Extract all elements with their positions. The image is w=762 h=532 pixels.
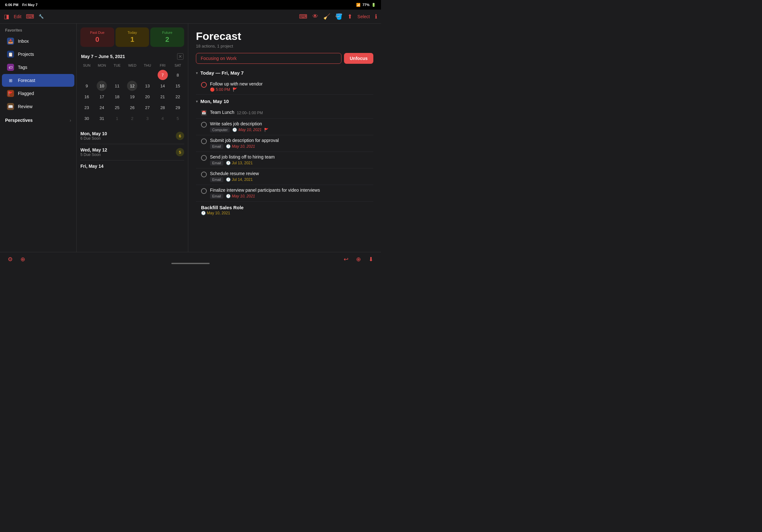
task-send-job-circle[interactable] xyxy=(201,155,207,161)
cal-day-19[interactable]: 19 xyxy=(127,92,137,102)
unfocus-button[interactable]: Unfocus xyxy=(344,53,373,64)
cal-day-12[interactable]: 12 xyxy=(127,81,137,91)
cal-day-empty-1 xyxy=(82,70,92,80)
task-write-sales-circle[interactable] xyxy=(201,122,207,128)
projects-icon: 📋 xyxy=(7,51,14,58)
perspectives-section[interactable]: Perspectives › xyxy=(0,113,76,125)
add-perspective-icon[interactable]: ⊕ xyxy=(21,256,25,263)
due-summary: Past Due 0 Today 1 Future 2 xyxy=(77,24,188,51)
sidebar-item-tags[interactable]: 🏷 Tags xyxy=(2,61,74,74)
add-task-icon[interactable]: ⊕ xyxy=(356,256,361,263)
info-icon[interactable]: ℹ xyxy=(375,13,377,20)
upcoming-wed-badge: 5 xyxy=(176,148,184,156)
sidebar-item-projects[interactable]: 📋 Projects xyxy=(2,48,74,61)
cal-day-4-next[interactable]: 4 xyxy=(158,113,168,123)
clean-icon[interactable]: 🧹 xyxy=(323,13,330,20)
sidebar-item-review[interactable]: 📖 Review xyxy=(2,100,74,113)
cal-day-5-next[interactable]: 5 xyxy=(173,113,183,123)
task-submit-job-circle[interactable] xyxy=(201,138,207,144)
cal-day-3-next[interactable]: 3 xyxy=(142,113,153,123)
task-schedule-resume-circle[interactable] xyxy=(201,171,207,177)
bucket-icon[interactable]: 🪣 xyxy=(336,13,343,20)
upcoming-mon-sub: 6 Due Soon xyxy=(80,136,107,141)
task-write-sales-meta: Computer 🕐 May 10, 2021 🚩 xyxy=(210,127,373,132)
cal-day-24[interactable]: 24 xyxy=(97,102,107,112)
task-submit-job-name: Submit job description for approval xyxy=(210,138,373,143)
today-due-card[interactable]: Today 1 xyxy=(115,28,149,47)
cal-day-14[interactable]: 14 xyxy=(158,81,168,91)
cal-day-1-next[interactable]: 1 xyxy=(112,113,122,123)
task-send-job-name: Send job listing off to hiring team xyxy=(210,154,373,160)
clock: 6:06 PM xyxy=(5,3,19,7)
cal-day-30[interactable]: 30 xyxy=(82,113,92,123)
cal-day-27[interactable]: 27 xyxy=(142,102,153,112)
mon-section-title: Mon, May 10 xyxy=(200,99,229,104)
home-indicator xyxy=(171,263,210,264)
mon-chevron-icon: ▾ xyxy=(196,99,198,104)
edit-button[interactable]: Edit xyxy=(14,14,21,19)
cal-day-28[interactable]: 28 xyxy=(158,102,168,112)
upcoming-row-fri[interactable]: Fri, May 14 xyxy=(80,161,184,172)
cal-day-17[interactable]: 17 xyxy=(97,92,107,102)
cal-day-16[interactable]: 16 xyxy=(82,92,92,102)
upcoming-row-wed[interactable]: Wed, May 12 5 Due Soon 5 xyxy=(80,144,184,161)
status-indicators: 📶 77% 🔋 xyxy=(356,3,376,7)
cal-day-21[interactable]: 21 xyxy=(158,92,168,102)
cal-day-15[interactable]: 15 xyxy=(173,81,183,91)
share-icon[interactable]: ⬆ xyxy=(347,13,352,20)
project-backfill[interactable]: Backfill Sales Role 🕐 May 10, 2021 xyxy=(196,202,373,217)
sidebar-item-flagged[interactable]: 🚩 Flagged xyxy=(2,87,74,100)
keyboard-alt-icon[interactable]: 🔧 xyxy=(38,14,44,19)
keyboard2-icon[interactable]: ⌨ xyxy=(299,13,307,20)
cal-day-18[interactable]: 18 xyxy=(112,92,122,102)
day-header-sat: SAT xyxy=(170,62,186,69)
task-send-job-date-icon: 🕐 xyxy=(226,161,231,165)
section-header-today[interactable]: ▾ Today — Fri, May 7 xyxy=(196,70,373,76)
cal-day-13[interactable]: 13 xyxy=(142,81,153,91)
app-layout: Favorites 📥 Inbox 📋 Projects 🏷 Tags ⊞ Fo… xyxy=(0,24,381,252)
keyboard-icon[interactable]: ⌨ xyxy=(26,13,34,20)
cal-day-2-next[interactable]: 2 xyxy=(127,113,137,123)
cal-day-22[interactable]: 22 xyxy=(173,92,183,102)
task-follow-up-circle[interactable] xyxy=(201,82,207,88)
task-finalize-interview-tag: Email xyxy=(210,194,223,199)
cal-day-29[interactable]: 29 xyxy=(173,102,183,112)
cal-day-25[interactable]: 25 xyxy=(112,102,122,112)
past-due-card[interactable]: Past Due 0 xyxy=(80,28,114,47)
calendar-week-2: 9 10 11 12 13 14 15 xyxy=(79,81,186,91)
cal-day-20[interactable]: 20 xyxy=(142,92,153,102)
review-icon: 📖 xyxy=(7,103,14,110)
section-header-mon[interactable]: ▾ Mon, May 10 xyxy=(196,99,373,104)
day-header-mon: MON xyxy=(95,62,110,69)
upcoming-row-mon[interactable]: Mon, May 10 6 Due Soon 6 xyxy=(80,128,184,144)
cal-day-8[interactable]: 8 xyxy=(173,70,183,80)
cal-day-10[interactable]: 10 xyxy=(97,81,107,91)
task-submit-job-body: Submit job description for approval Emai… xyxy=(210,138,373,149)
perspectives-arrow-icon: › xyxy=(70,118,71,123)
settings-icon[interactable]: ⚙ xyxy=(8,256,13,263)
cal-day-9[interactable]: 9 xyxy=(82,81,92,91)
undo-icon[interactable]: ↩ xyxy=(344,256,348,263)
cal-day-31[interactable]: 31 xyxy=(97,113,107,123)
cal-day-23[interactable]: 23 xyxy=(82,102,92,112)
task-schedule-resume-meta: Email 🕐 Jul 14, 2021 xyxy=(210,177,373,182)
focus-input[interactable] xyxy=(196,53,342,64)
upcoming-wed-info: Wed, May 12 5 Due Soon xyxy=(80,147,107,157)
future-due-card[interactable]: Future 2 xyxy=(150,28,184,47)
calendar-close-button[interactable]: ✕ xyxy=(177,53,184,60)
select-button[interactable]: Select xyxy=(357,14,370,19)
download-icon[interactable]: ⬇ xyxy=(369,256,373,263)
task-finalize-interview-date: 🕐 May 10, 2021 xyxy=(226,194,255,198)
sidebar-toggle-icon[interactable]: ◨ xyxy=(4,13,9,20)
task-finalize-interview-circle[interactable] xyxy=(201,188,207,194)
task-finalize-interview-meta: Email 🕐 May 10, 2021 xyxy=(210,194,373,199)
cal-day-26[interactable]: 26 xyxy=(127,102,137,112)
sidebar-item-forecast[interactable]: ⊞ Forecast xyxy=(2,74,74,87)
eye-icon[interactable]: 👁 xyxy=(312,13,318,20)
task-send-job-body: Send job listing off to hiring team Emai… xyxy=(210,154,373,166)
sidebar-item-inbox[interactable]: 📥 Inbox xyxy=(2,35,74,47)
perspectives-title: Perspectives xyxy=(5,118,33,123)
cal-day-11[interactable]: 11 xyxy=(112,81,122,91)
task-follow-up-meta: 🔴 5:00 PM 🚩 xyxy=(210,87,373,92)
cal-day-7[interactable]: 7 xyxy=(158,70,168,80)
